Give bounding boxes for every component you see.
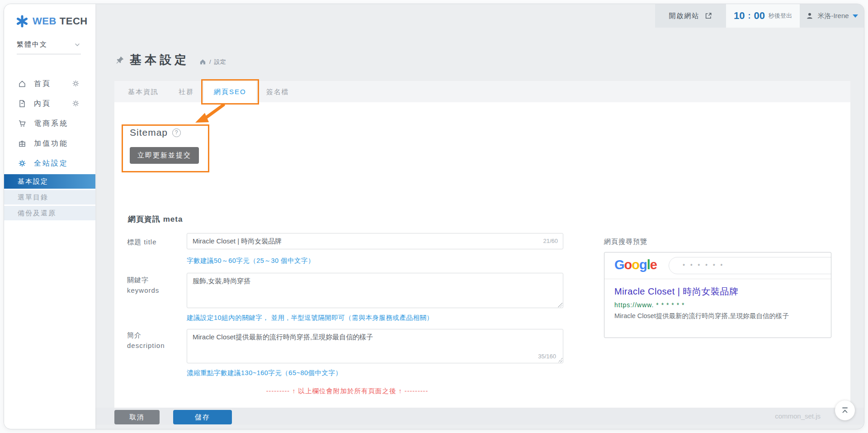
brand-logo: WEB TECH: [16, 15, 88, 28]
caret-down-icon: [853, 14, 858, 18]
description-label-zh: 簡介: [127, 330, 165, 340]
sidebar-menu: 首頁 內頁: [4, 74, 95, 173]
settings-card: 基本資訊 社群 網頁SEO 簽名檔 Sitemap ? 立即更新並提交: [114, 81, 850, 408]
keywords-textarea[interactable]: 服飾,女裝,時尚穿搭: [187, 273, 563, 308]
script-filename: common_set.js: [775, 412, 821, 420]
description-hint: 濃縮重點字數建議130~160字元（65~80個中文字）: [187, 369, 342, 377]
breadcrumb-separator: /: [209, 58, 211, 65]
search-result: Miracle Closet | 時尚女裝品牌 https://www. * *…: [614, 285, 825, 320]
keywords-label-zh: 關鍵字: [127, 275, 159, 285]
sidebar-item-ecommerce[interactable]: 電商系統: [4, 114, 95, 133]
user-name: 米洛-Irene: [817, 12, 849, 20]
google-preview-card: Google * * * * * * Miracle Closet | 時尚女裝…: [604, 252, 831, 338]
tab-bar: 基本資訊 社群 網頁SEO 簽名檔: [114, 81, 850, 102]
topbar: 開啟網站 10 : 00 秒後登出 米洛-Irene: [655, 4, 864, 28]
save-button[interactable]: 儲存: [173, 410, 232, 424]
submenu-item-basic-settings[interactable]: 基本設定: [4, 174, 95, 189]
page-header: 基本設定 / 設定: [115, 52, 226, 68]
sidebar-item-label: 加值功能: [34, 139, 68, 148]
sidebar-item-addons[interactable]: 加值功能: [4, 133, 95, 153]
submenu-item-backup-restore[interactable]: 備份及還原: [4, 206, 95, 220]
sidebar: WEB TECH 繁體中文 首頁: [4, 4, 95, 429]
google-letter: g: [639, 257, 647, 272]
description-textarea[interactable]: Miracle Closet提供最新的流行時尚穿搭,呈現妳最自信的樣子: [187, 329, 563, 363]
user-menu[interactable]: 米洛-Irene: [800, 4, 864, 28]
tab-basic-info[interactable]: 基本資訊: [118, 81, 169, 102]
gear-icon: [18, 159, 27, 168]
sitemap-heading: Sitemap: [130, 127, 168, 138]
append-note: --------- ↑ 以上欄位會附加於所有頁面之後 ↑ ---------: [151, 387, 544, 395]
sidebar-item-inner-pages[interactable]: 內頁: [4, 94, 95, 114]
tab-web-seo[interactable]: 網頁SEO: [204, 81, 256, 102]
logout-timer: 10 : 00 秒後登出: [726, 4, 800, 28]
user-icon: [806, 12, 814, 20]
timer-minutes: 10: [734, 10, 745, 22]
open-website-button[interactable]: 開啟網站: [655, 4, 726, 28]
resize-handle-icon[interactable]: [558, 303, 562, 307]
language-selector[interactable]: 繁體中文: [17, 40, 81, 54]
logo-asterisk-icon: [16, 15, 28, 28]
submenu-item-menu-directory[interactable]: 選單目錄: [4, 190, 95, 205]
home-icon: [18, 79, 27, 88]
timer-seconds: 00: [754, 10, 765, 22]
search-preview-label: 網頁搜尋預覽: [604, 238, 647, 246]
help-icon[interactable]: ?: [172, 128, 181, 137]
search-result-url: https://www. * * * * * *: [614, 301, 825, 309]
page-title: 基本設定: [130, 52, 189, 68]
description-field-wrap: Miracle Closet提供最新的流行時尚穿搭,呈現妳最自信的樣子 35/1…: [187, 329, 563, 365]
google-logo: Google: [614, 257, 657, 272]
brand-word-2: TECH: [60, 15, 88, 27]
keywords-hint: 建議設定10組內的關鍵字， 並用 , 半型逗號隔開即可（需與本身服務或產品相關）: [187, 314, 433, 322]
tab-signature[interactable]: 簽名檔: [256, 81, 299, 102]
external-link-icon: [704, 12, 712, 20]
description-label-en: description: [127, 340, 165, 351]
title-counter: 21/60: [543, 238, 558, 244]
sidebar-submenu: 基本設定 選單目錄 備份及還原: [4, 174, 95, 222]
scroll-to-top-button[interactable]: [835, 400, 855, 420]
sidebar-item-label: 內頁: [34, 99, 51, 109]
cancel-button[interactable]: 取消: [114, 410, 160, 424]
meta-section-heading: 網頁資訊 meta: [128, 214, 183, 224]
scroll-top-icon: [840, 406, 849, 415]
app-window: WEB TECH 繁體中文 首頁: [4, 4, 864, 429]
resize-handle-icon[interactable]: [558, 358, 562, 362]
breadcrumb: / 設定: [199, 58, 226, 66]
sidebar-item-label: 首頁: [34, 79, 51, 89]
inner-pages-settings-gear-icon[interactable]: [71, 99, 80, 108]
sitemap-submit-button[interactable]: 立即更新並提交: [130, 147, 199, 164]
home-settings-gear-icon[interactable]: [71, 79, 80, 88]
google-letter: l: [647, 257, 650, 272]
chevron-down-icon: [74, 41, 81, 48]
breadcrumb-home-icon[interactable]: [199, 58, 206, 65]
sitemap-heading-row: Sitemap ?: [130, 127, 181, 138]
sidebar-item-site-settings[interactable]: 全站設定: [4, 153, 95, 173]
search-result-title: Miracle Closet | 時尚女裝品牌: [614, 285, 825, 298]
cart-icon: [18, 119, 27, 128]
search-result-description: Miracle Closet提供最新的流行時尚穿搭,呈現妳最自信的樣子: [614, 312, 825, 320]
keywords-field-wrap: 服飾,女裝,時尚穿搭: [187, 273, 563, 310]
description-counter: 35/160: [538, 353, 556, 360]
google-preview-header: Google * * * * * *: [604, 252, 831, 279]
google-letter: G: [614, 257, 624, 272]
breadcrumb-current: 設定: [214, 58, 226, 66]
addon-box-icon: [18, 139, 27, 148]
title-field-label: 標題 title: [127, 237, 157, 247]
page-icon: [18, 99, 27, 108]
sidebar-item-home[interactable]: 首頁: [4, 74, 95, 94]
tab-social[interactable]: 社群: [169, 81, 204, 102]
main-content: 基本設定 / 設定 基本資訊 社群 網頁SEO: [95, 4, 864, 429]
language-selected: 繁體中文: [17, 40, 47, 49]
google-letter: o: [624, 257, 632, 272]
brand-word-1: WEB: [33, 15, 57, 27]
annotation-arrow-icon: [190, 104, 231, 131]
google-letter: o: [632, 257, 639, 272]
tab-web-seo-label: 網頁SEO: [214, 88, 246, 95]
open-website-label: 開啟網站: [669, 12, 700, 20]
sidebar-item-label: 全站設定: [34, 159, 68, 168]
timer-colon: :: [748, 11, 751, 21]
title-input[interactable]: [187, 233, 563, 249]
sidebar-item-label: 電商系統: [34, 119, 68, 128]
keywords-label-en: keywords: [127, 285, 159, 295]
google-search-box: * * * * * *: [669, 257, 831, 274]
google-letter: e: [650, 257, 657, 272]
